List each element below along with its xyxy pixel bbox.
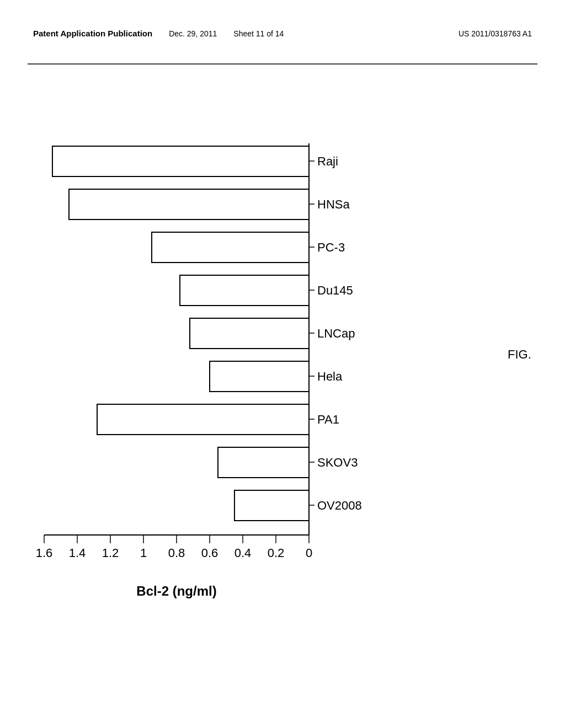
publication-date: Dec. 29, 2011 — [169, 29, 217, 38]
bar-hnsa — [69, 189, 309, 220]
chart-svg: 0 0.2 0.4 0.6 0.8 1 1.2 1.4 1.6 Bcl-2 (n… — [28, 83, 535, 634]
publication-title: Patent Application Publication — [33, 29, 152, 38]
svg-text:0.8: 0.8 — [168, 546, 185, 560]
svg-text:0: 0 — [306, 546, 312, 560]
svg-text:Bcl-2 (ng/ml): Bcl-2 (ng/ml) — [136, 584, 216, 598]
svg-text:0.6: 0.6 — [201, 546, 218, 560]
label-hela: Hela — [317, 370, 343, 383]
svg-text:1.6: 1.6 — [36, 546, 53, 560]
bar-pc3 — [152, 232, 309, 263]
svg-text:1.2: 1.2 — [102, 546, 119, 560]
label-du145: Du145 — [317, 283, 353, 297]
bar-skov3 — [218, 447, 309, 478]
bar-hela — [210, 361, 309, 392]
svg-text:1: 1 — [140, 546, 147, 560]
page: Patent Application Publication Dec. 29, … — [0, 0, 565, 728]
bar-pa1 — [97, 404, 309, 435]
label-pa1: PA1 — [317, 413, 339, 426]
label-raji: Raji — [317, 154, 338, 168]
bar-raji — [52, 146, 309, 176]
svg-text:0.2: 0.2 — [268, 546, 285, 560]
label-hnsa: HNSa — [317, 197, 350, 211]
label-skov3: SKOV3 — [317, 456, 358, 469]
header: Patent Application Publication Dec. 29, … — [33, 29, 532, 38]
label-ov2008: OV2008 — [317, 499, 362, 512]
header-divider — [28, 63, 537, 65]
sheet-number: Sheet 11 of 14 — [233, 29, 284, 38]
label-pc3: PC-3 — [317, 240, 345, 254]
bar-ov2008 — [234, 490, 309, 521]
figure-label: FIG. 9 — [508, 347, 535, 361]
bar-lncap — [190, 318, 309, 349]
svg-text:0.4: 0.4 — [234, 546, 252, 560]
svg-text:1.4: 1.4 — [69, 546, 86, 560]
bar-du145 — [180, 275, 309, 306]
label-lncap: LNCap — [317, 326, 355, 340]
patent-number: US 2011/0318763 A1 — [459, 29, 532, 38]
